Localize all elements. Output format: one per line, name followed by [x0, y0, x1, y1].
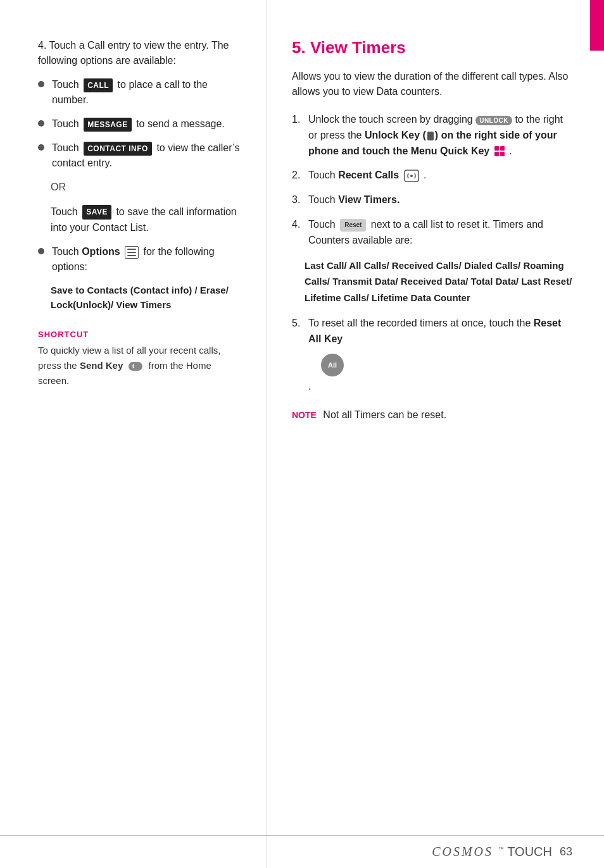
bullet-message: Touch MESSAGE to send a message. — [38, 116, 241, 132]
contact-info-badge: CONTACT INFO — [84, 142, 152, 156]
options-detail-text: Save to Contacts (Contact info) / Erase/… — [51, 285, 229, 310]
note-label: NOTE — [292, 410, 317, 420]
step2-bold: Recent Calls — [338, 170, 399, 180]
step5-text1: To reset all the recorded timers at once… — [308, 318, 531, 328]
step1-bold3: Menu Quick Key — [411, 146, 489, 156]
bullet-dot-3 — [38, 144, 44, 151]
reset-all-icon: All — [321, 354, 344, 376]
save-badge: SAVE — [82, 205, 111, 220]
step-1-num: 1. — [292, 112, 308, 159]
step-2: 2. Touch Recent Calls . — [292, 168, 572, 183]
step-3-num: 3. — [292, 192, 308, 208]
message-badge: MESSAGE — [84, 118, 132, 132]
right-column: 5. View Timers Allows you to view the du… — [266, 0, 604, 868]
brand-touch: ™ TOUCH — [498, 845, 552, 859]
save-prefix: Touch — [51, 206, 78, 217]
key-icon — [427, 132, 434, 140]
options-bullet-list: Touch Options for the following options: — [38, 244, 241, 275]
calls-list: Last Call/ All Calls/ Received Calls/ Di… — [292, 257, 572, 306]
recent-calls-icon — [404, 170, 419, 182]
bullet-contact-info: Touch CONTACT INFO to view the caller’s … — [38, 140, 241, 171]
section-intro: Allows you to view the duration of the d… — [292, 69, 572, 99]
intro-text: Allows you to view the duration of the d… — [292, 71, 568, 97]
shortcut-label: SHORTCUT — [38, 330, 241, 339]
bullet-list: Touch CALL to place a call to the number… — [38, 77, 241, 171]
step-5: 5. To reset all the recorded timers at o… — [292, 316, 572, 394]
bullet-dot-2 — [38, 120, 44, 127]
call-badge: CALL — [84, 78, 113, 92]
ci-prefix: Touch — [52, 142, 79, 153]
options-prefix: Touch — [52, 246, 79, 257]
right-tab — [590, 0, 604, 51]
bullet-dot-options — [38, 248, 44, 254]
call-prefix: Touch — [52, 79, 79, 90]
menu-quick-key-icon — [494, 146, 505, 156]
msg-prefix: Touch — [52, 118, 79, 129]
bullet-contact-text: Touch CONTACT INFO to view the caller’s … — [52, 140, 241, 171]
msg-suffix: to send a message. — [136, 118, 225, 129]
step4-text1: Touch — [308, 219, 336, 230]
step-5-num: 5. — [292, 316, 308, 394]
bottom-bar: COSMOS ™ TOUCH 63 — [0, 835, 604, 868]
bullet-options-text: Touch Options for the following options: — [52, 244, 241, 275]
brand-name: COSMOS — [432, 845, 493, 859]
bullet-message-text: Touch MESSAGE to send a message. — [52, 116, 225, 132]
bullet-options: Touch Options for the following options: — [38, 244, 241, 275]
bullet-call-text: Touch CALL to place a call to the number… — [52, 77, 241, 108]
shortcut-text: To quickly view a list of all your recen… — [38, 343, 241, 388]
unlock-icon: UNLOCK — [475, 116, 512, 125]
send-key-label: Send Key — [80, 360, 123, 371]
step-4-intro: 4. Touch a Call entry to view the entry.… — [38, 38, 241, 68]
save-suffix: to save the call information into your C… — [51, 206, 237, 233]
left-column: 4. Touch a Call entry to view the entry.… — [0, 0, 266, 868]
save-block: Touch SAVE to save the call information … — [38, 204, 241, 236]
options-icon — [125, 246, 139, 259]
svg-point-2 — [410, 175, 413, 177]
bullet-call: Touch CALL to place a call to the number… — [38, 77, 241, 108]
step-5-content: To reset all the recorded timers at once… — [308, 316, 572, 394]
shortcut-section: SHORTCUT To quickly view a list of all y… — [38, 330, 241, 388]
or-text: OR — [51, 182, 66, 192]
note-text: Not all Timers can be reset. — [323, 409, 446, 420]
step2-text1: Touch — [308, 170, 336, 180]
step-2-content: Touch Recent Calls . — [308, 168, 572, 183]
step4-text: 4. Touch a Call entry to view the entry.… — [38, 40, 229, 66]
step3-bold: View Timers. — [338, 194, 400, 205]
or-divider: OR — [38, 180, 241, 195]
note-section: NOTE Not all Timers can be reset. — [292, 409, 572, 421]
options-detail: Save to Contacts (Contact info) / Erase/… — [38, 283, 241, 312]
step-1: 1. Unlock the touch screen by dragging U… — [292, 112, 572, 159]
step-3-content: Touch View Timers. — [308, 192, 572, 208]
step-1-content: Unlock the touch screen by dragging UNLO… — [308, 112, 572, 159]
step-4-num: 4. — [292, 217, 308, 249]
page-container: 4. Touch a Call entry to view the entry.… — [0, 0, 604, 868]
step1-text1: Unlock the touch screen by dragging — [308, 114, 473, 125]
step3-text1: Touch — [308, 194, 336, 205]
page-number: 63 — [560, 845, 572, 859]
svg-rect-0 — [129, 362, 142, 371]
touch-label: TOUCH — [507, 845, 552, 859]
step-3: 3. Touch View Timers. — [292, 192, 572, 208]
step-4: 4. Touch Reset next to a call list to re… — [292, 217, 572, 249]
section-num: 5. — [292, 38, 306, 57]
reset-all-container: All . — [308, 354, 572, 395]
reset-icon: Reset — [340, 219, 366, 232]
step1-bold1: Unlock Key ( — [365, 130, 426, 140]
bullet-dot-1 — [38, 81, 44, 87]
section-heading: 5. View Timers — [292, 38, 572, 58]
section-title: View Timers — [310, 38, 406, 57]
step-4-content: Touch Reset next to a call list to reset… — [308, 217, 572, 249]
options-bold: Options — [82, 246, 120, 257]
step-2-num: 2. — [292, 168, 308, 183]
send-key-icon — [127, 360, 144, 373]
